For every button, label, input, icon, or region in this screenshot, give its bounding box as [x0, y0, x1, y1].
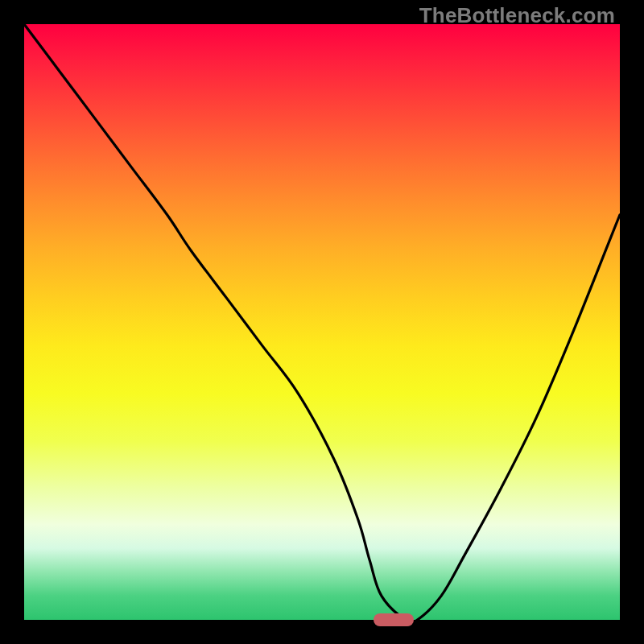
plot-area: [24, 24, 620, 620]
chart-canvas: TheBottleneck.com: [0, 0, 644, 644]
minimum-marker: [374, 613, 414, 626]
watermark-text: TheBottleneck.com: [419, 3, 615, 28]
bottleneck-curve: [24, 24, 620, 620]
